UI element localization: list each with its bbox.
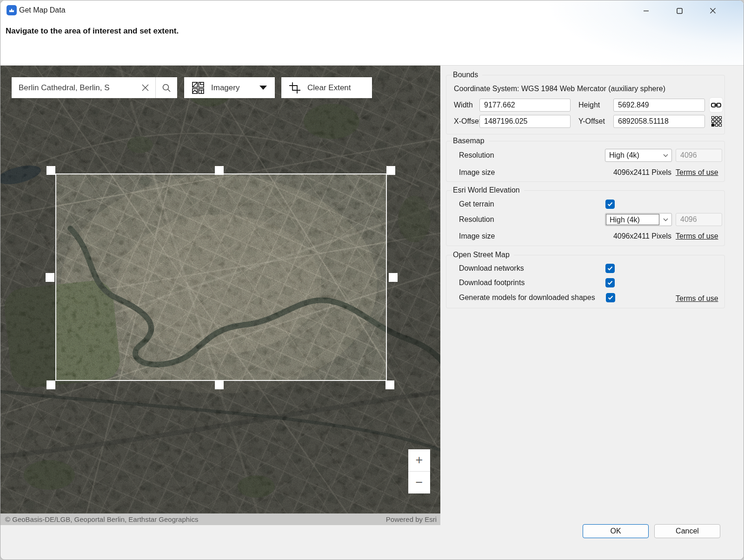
basemap-grid-icon [192, 81, 205, 94]
download-footprints-checkbox[interactable] [605, 278, 615, 287]
map-attribution-bar: © GeoBasis-DE/LGB, Geoportal Berlin, Ear… [0, 513, 440, 525]
basemap-group-title: Basemap [453, 136, 489, 146]
y-offset-label: Y-Offset [578, 115, 605, 128]
basemap-resolution-value: High (4k) [605, 151, 659, 160]
clear-search-button[interactable] [135, 77, 155, 98]
x-offset-label: X-Offset [454, 115, 481, 128]
height-input[interactable] [613, 99, 705, 112]
elevation-terms-of-use-link[interactable]: Terms of use [676, 230, 718, 243]
osm-terms-of-use-link[interactable]: Terms of use [676, 292, 718, 305]
width-input[interactable] [479, 99, 571, 112]
basemap-image-size-label: Image size [459, 166, 495, 179]
get-terrain-checkbox[interactable] [605, 200, 615, 209]
y-offset-input[interactable] [613, 115, 705, 128]
height-label: Height [578, 99, 600, 112]
elevation-resolution-pixels: 4096 [676, 213, 722, 226]
download-footprints-label: Download footprints [459, 276, 525, 289]
extent-handle-middle-left[interactable] [46, 273, 54, 282]
extent-handle-top-right[interactable] [386, 166, 395, 175]
chevron-down-icon [659, 218, 671, 221]
map-view[interactable]: Imagery Clear Extent + − © GeoBasis-DE/L… [0, 66, 440, 525]
close-icon [710, 7, 716, 14]
settings-panel: Bounds Coordinate System: WGS 1984 Web M… [440, 66, 744, 560]
basemap-resolution-label: Resolution [459, 149, 494, 162]
bounds-group-title: Bounds [453, 70, 482, 80]
clear-extent-label: Clear Extent [307, 83, 351, 93]
extent-handle-bottom-left[interactable] [46, 380, 55, 389]
dropdown-arrow-icon [259, 86, 267, 90]
extent-handle-top-middle[interactable] [215, 166, 224, 175]
checkmark-icon [607, 280, 613, 285]
attribution-text: © GeoBasis-DE/LGB, Geoportal Berlin, Ear… [0, 515, 386, 523]
crop-icon [289, 82, 301, 94]
get-map-data-dialog: Get Map Data Navigate to the area of int… [0, 0, 744, 560]
search-button[interactable] [156, 77, 177, 98]
basemap-image-size-value: 4096x2411 Pixels [557, 166, 671, 179]
chevron-down-icon [659, 154, 671, 157]
link-icon [711, 102, 721, 108]
link-dimensions-button[interactable] [709, 97, 723, 113]
zoom-in-button[interactable]: + [408, 449, 430, 471]
elevation-image-size-label: Image size [459, 230, 495, 243]
powered-by-esri-link[interactable]: Powered by Esri [386, 515, 440, 523]
maximize-icon [677, 8, 683, 14]
extent-handle-bottom-middle[interactable] [215, 380, 224, 389]
download-networks-checkbox[interactable] [605, 264, 615, 273]
get-terrain-label: Get terrain [459, 198, 494, 211]
close-button[interactable] [703, 1, 723, 20]
ok-button[interactable]: OK [583, 524, 649, 538]
anchor-grid-icon [711, 116, 722, 127]
basemap-terms-of-use-link[interactable]: Terms of use [676, 166, 718, 179]
width-label: Width [454, 99, 473, 112]
search-icon [162, 83, 171, 93]
window-title: Get Map Data [19, 6, 66, 14]
elevation-group-title: Esri World Elevation [453, 186, 524, 195]
clear-extent-button[interactable]: Clear Extent [281, 77, 372, 98]
extent-handle-bottom-right[interactable] [385, 380, 394, 389]
osm-group-title: Open Street Map [453, 250, 514, 260]
app-icon [7, 5, 17, 15]
search-box[interactable] [12, 77, 177, 98]
basemap-dropdown[interactable]: Imagery [184, 77, 275, 98]
checkmark-icon [607, 266, 613, 271]
checkmark-icon [607, 202, 613, 207]
elevation-resolution-value: High (4k) [606, 214, 659, 225]
clear-search-icon [141, 84, 149, 92]
zoom-control: + − [408, 449, 430, 493]
x-offset-input[interactable] [479, 115, 571, 128]
extent-handle-top-left[interactable] [46, 166, 55, 175]
elevation-resolution-label: Resolution [459, 213, 494, 226]
zoom-out-button[interactable]: − [408, 472, 430, 493]
minimize-button[interactable] [636, 1, 656, 20]
generate-models-checkbox[interactable] [606, 293, 615, 302]
basemap-resolution-pixels: 4096 [676, 149, 722, 162]
anchor-point-selector[interactable] [711, 116, 722, 127]
search-input[interactable] [12, 83, 135, 93]
basemap-dropdown-label: Imagery [211, 83, 239, 93]
dialog-instruction: Navigate to the area of interest and set… [6, 27, 179, 36]
extent-selection-rectangle[interactable] [55, 173, 387, 381]
cancel-button[interactable]: Cancel [654, 524, 720, 538]
extent-handle-middle-right[interactable] [389, 273, 398, 282]
checkmark-icon [608, 295, 613, 300]
minimize-icon [643, 8, 649, 14]
maximize-button[interactable] [669, 1, 690, 20]
generate-models-label: Generate models for downloaded shapes [459, 291, 595, 304]
elevation-resolution-combo[interactable]: High (4k) [605, 213, 672, 226]
basemap-resolution-combo[interactable]: High (4k) [605, 149, 672, 162]
titlebar[interactable]: Get Map Data [0, 0, 744, 21]
coordinate-system-text: Coordinate System: WGS 1984 Web Mercator… [454, 84, 665, 94]
elevation-image-size-value: 4096x2411 Pixels [557, 230, 671, 243]
download-networks-label: Download networks [459, 262, 524, 275]
dialog-header: Get Map Data Navigate to the area of int… [0, 0, 744, 66]
